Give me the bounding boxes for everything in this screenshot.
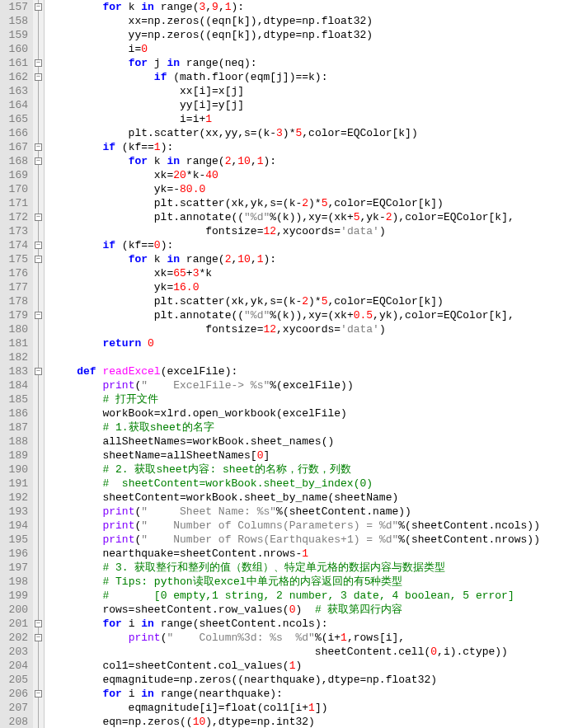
code-line[interactable]: plt.scatter(xx,yy,s=(k-3)*5,color=EQColo… xyxy=(51,126,540,140)
line-number: 207 xyxy=(3,701,28,715)
code-line[interactable]: for i in range(sheetContent.ncols): xyxy=(51,617,540,631)
code-line[interactable]: # Tips: python读取excel中单元格的内容返回的有5种类型 xyxy=(51,575,540,589)
line-number: 187 xyxy=(3,420,28,434)
fold-toggle-icon[interactable]: − xyxy=(35,242,42,249)
code-line[interactable]: plt.annotate(("%d"%(k)),xy=(xk+0.5,yk),c… xyxy=(51,308,540,322)
line-number: 172 xyxy=(3,210,28,224)
code-line[interactable]: i=0 xyxy=(51,42,540,56)
code-line[interactable]: # 2. 获取sheet内容: sheet的名称，行数，列数 xyxy=(51,463,540,477)
line-number: 176 xyxy=(3,266,28,280)
code-line[interactable]: yk=16.0 xyxy=(51,280,540,294)
line-number: 183 xyxy=(3,364,28,378)
code-line[interactable]: print(" Sheet Name: %s"%(sheetContent.na… xyxy=(51,505,540,519)
code-line[interactable]: for k in range(2,10,1): xyxy=(51,252,540,266)
code-line[interactable]: eqn=np.zeros((10),dtype=np.int32) xyxy=(51,715,540,728)
line-number: 164 xyxy=(3,98,28,112)
code-line[interactable]: nearthquake=sheetContent.nrows-1 xyxy=(51,547,540,561)
code-line[interactable]: fontsize=12,xycoords='data') xyxy=(51,224,540,238)
fold-toggle-icon[interactable]: − xyxy=(35,3,42,11)
code-line[interactable]: xx=np.zeros((eqn[k]),dtype=np.float32) xyxy=(51,14,540,28)
code-line[interactable]: print(" Number of Rows(Earthquakes+1) = … xyxy=(51,533,540,547)
code-line[interactable]: plt.scatter(xk,yk,s=(k-2)*5,color=EQColo… xyxy=(51,196,540,210)
code-line[interactable]: return 0 xyxy=(51,336,540,350)
code-line[interactable]: plt.annotate(("%d"%(k)),xy=(xk+5,yk-2),c… xyxy=(51,210,540,224)
fold-toggle-icon[interactable]: − xyxy=(35,73,42,81)
line-number: 167 xyxy=(3,140,28,154)
line-number: 193 xyxy=(3,505,28,519)
code-line[interactable]: def readExcel(excelFile): xyxy=(51,364,540,378)
code-line[interactable]: print(" Number of Columns(Parameters) = … xyxy=(51,519,540,533)
code-line[interactable]: # [0 empty,1 string, 2 number, 3 date, 4… xyxy=(51,589,540,603)
line-number: 197 xyxy=(3,561,28,575)
code-editor[interactable]: 1571581591601611621631641651661671681691… xyxy=(0,0,573,728)
line-number: 205 xyxy=(3,673,28,687)
line-number: 181 xyxy=(3,336,28,350)
code-line[interactable]: sheetName=allSheetNames[0] xyxy=(51,449,540,463)
code-line[interactable]: yy=np.zeros((eqn[k]),dtype=np.float32) xyxy=(51,28,540,42)
code-line[interactable]: plt.scatter(xk,yk,s=(k-2)*5,color=EQColo… xyxy=(51,294,540,308)
fold-toggle-icon[interactable]: − xyxy=(35,256,42,263)
line-number: 204 xyxy=(3,659,28,673)
fold-toggle-icon[interactable]: − xyxy=(35,157,42,165)
code-line[interactable]: sheetContent.cell(0,i).ctype)) xyxy=(51,645,540,659)
code-line[interactable]: workBook=xlrd.open_workbook(excelFile) xyxy=(51,406,540,420)
code-line[interactable]: xx[i]=x[j] xyxy=(51,84,540,98)
code-line[interactable]: # 1.获取sheet的名字 xyxy=(51,420,540,434)
line-number: 196 xyxy=(3,547,28,561)
fold-toggle-icon[interactable]: − xyxy=(35,214,42,221)
code-line[interactable]: # 3. 获取整行和整列的值（数组）、特定单元格的数据内容与数据类型 xyxy=(51,561,540,575)
code-line[interactable]: if (kf==0): xyxy=(51,238,540,252)
code-line[interactable]: for j in range(neq): xyxy=(51,56,540,70)
line-number: 173 xyxy=(3,224,28,238)
code-line[interactable]: xk=20*k-40 xyxy=(51,168,540,182)
fold-toggle-icon[interactable]: − xyxy=(35,368,42,375)
line-number: 208 xyxy=(3,715,28,728)
line-number: 157 xyxy=(3,0,28,14)
line-number: 198 xyxy=(3,575,28,589)
fold-toggle-icon[interactable]: − xyxy=(35,59,42,67)
fold-toggle-icon[interactable]: − xyxy=(35,143,42,151)
line-number: 171 xyxy=(3,196,28,210)
code-area[interactable]: for k in range(3,9,1): xx=np.zeros((eqn[… xyxy=(45,0,540,728)
code-line[interactable]: rows=sheetContent.row_values(0) # 获取第四行内… xyxy=(51,603,540,617)
code-line[interactable]: eqmagnitude[i]=float(col1[i+1]) xyxy=(51,701,540,715)
code-line[interactable]: xk=65+3*k xyxy=(51,266,540,280)
line-number: 165 xyxy=(3,112,28,126)
fold-toggle-icon[interactable]: − xyxy=(35,634,42,641)
line-number: 174 xyxy=(3,238,28,252)
code-line[interactable]: for k in range(3,9,1): xyxy=(51,0,540,14)
fold-gutter[interactable]: −−−−−−−−−−−−− xyxy=(33,0,45,728)
line-number: 158 xyxy=(3,14,28,28)
line-number: 188 xyxy=(3,434,28,449)
code-line[interactable]: yk=-80.0 xyxy=(51,182,540,196)
code-line[interactable]: i=i+1 xyxy=(51,112,540,126)
line-number: 185 xyxy=(3,392,28,406)
code-line[interactable]: print(" ExcelFile-> %s"%(excelFile)) xyxy=(51,378,540,392)
code-line[interactable]: print(" Column%3d: %s %d"%(i+1,rows[i], xyxy=(51,631,540,645)
line-number: 186 xyxy=(3,406,28,420)
code-line[interactable]: # 打开文件 xyxy=(51,392,540,406)
code-line[interactable]: yy[i]=y[j] xyxy=(51,98,540,112)
fold-toggle-icon[interactable]: − xyxy=(35,620,42,627)
fold-toggle-icon[interactable]: − xyxy=(35,312,42,319)
code-line[interactable]: for i in range(nearthquake): xyxy=(51,687,540,701)
code-line[interactable]: if (math.floor(eqm[j])==k): xyxy=(51,70,540,84)
line-number: 160 xyxy=(3,42,28,56)
line-number: 206 xyxy=(3,687,28,701)
code-line[interactable]: # sheetContent=workBook.sheet_by_index(0… xyxy=(51,477,540,491)
line-number: 163 xyxy=(3,84,28,98)
line-number-gutter: 1571581591601611621631641651661671681691… xyxy=(0,0,33,728)
code-line[interactable] xyxy=(51,350,540,364)
code-line[interactable]: for k in range(2,10,1): xyxy=(51,154,540,168)
code-line[interactable]: allSheetNames=workBook.sheet_names() xyxy=(51,434,540,449)
line-number: 195 xyxy=(3,533,28,547)
line-number: 175 xyxy=(3,252,28,266)
code-line[interactable]: sheetContent=workBook.sheet_by_name(shee… xyxy=(51,491,540,505)
code-line[interactable]: eqmagnitude=np.zeros((nearthquake),dtype… xyxy=(51,673,540,687)
code-line[interactable]: fontsize=12,xycoords='data') xyxy=(51,322,540,336)
code-line[interactable]: if (kf==1): xyxy=(51,140,540,154)
fold-toggle-icon[interactable]: − xyxy=(35,690,42,697)
line-number: 194 xyxy=(3,519,28,533)
line-number: 159 xyxy=(3,28,28,42)
code-line[interactable]: col1=sheetContent.col_values(1) xyxy=(51,659,540,673)
